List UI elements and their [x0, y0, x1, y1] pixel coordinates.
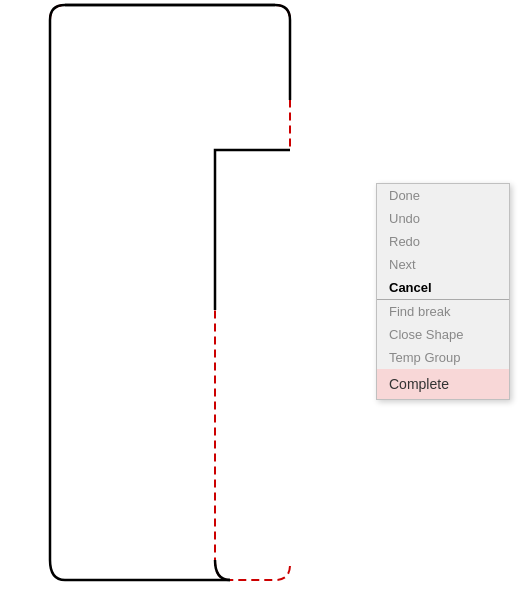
menu-item-redo[interactable]: Redo [377, 230, 509, 253]
menu-item-done[interactable]: Done [377, 184, 509, 207]
menu-item-cancel[interactable]: Cancel [377, 276, 509, 300]
menu-item-undo[interactable]: Undo [377, 207, 509, 230]
context-menu: Done Undo Redo Next Cancel Find break Cl… [376, 183, 510, 400]
menu-item-close-shape[interactable]: Close Shape [377, 323, 509, 346]
menu-item-find-break[interactable]: Find break [377, 300, 509, 323]
menu-item-complete[interactable]: Complete [377, 369, 509, 399]
menu-item-temp-group[interactable]: Temp Group [377, 346, 509, 369]
menu-item-next[interactable]: Next [377, 253, 509, 276]
